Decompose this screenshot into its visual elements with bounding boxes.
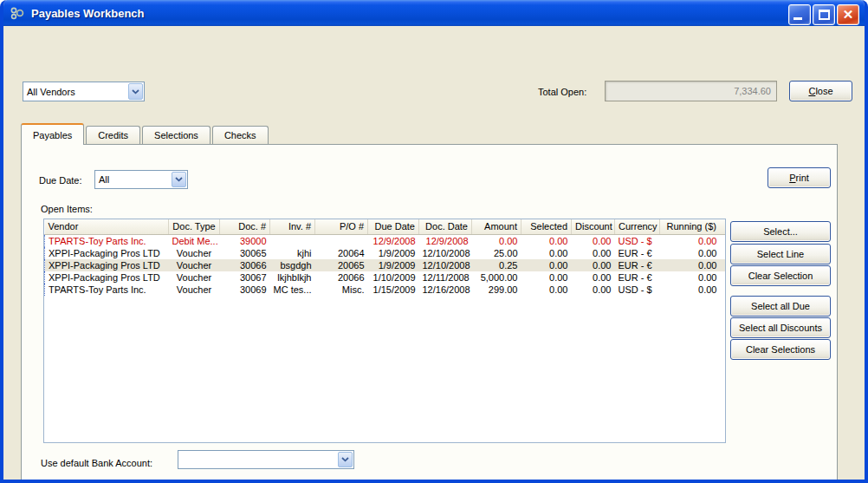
due-date-label: Due Date: [39, 175, 82, 186]
open-items-table: VendorDoc. TypeDoc. #Inv. #P/O #Due Date… [44, 219, 726, 296]
close-icon: ✕ [838, 5, 858, 24]
chevron-down-icon[interactable] [128, 83, 143, 100]
table-cell: Voucher [169, 247, 220, 259]
table-cell: 0.00 [572, 271, 615, 284]
vendor-filter-select[interactable]: All Vendors [23, 82, 145, 101]
table-row[interactable]: TPARTS-Toy Parts Inc.Debit Me...3900012/… [45, 234, 726, 247]
column-header[interactable]: Selected [521, 219, 572, 234]
window-title: Payables Workbench [31, 7, 145, 20]
table-cell: Misc. [315, 284, 368, 296]
table-cell: 20064 [315, 247, 368, 259]
table-cell: USD - $ [615, 234, 660, 247]
column-header[interactable]: Amount [472, 219, 521, 234]
column-header[interactable]: Doc. Date [419, 219, 472, 234]
close-window-button[interactable]: ✕ [837, 4, 859, 25]
open-items-label: Open Items: [41, 204, 93, 214]
chevron-down-icon[interactable] [338, 452, 353, 467]
table-cell: 12/9/2008 [419, 234, 472, 247]
table-cell: 30069 [220, 284, 270, 296]
table-cell: 12/10/2008 [419, 247, 472, 259]
table-cell: 0.00 [521, 271, 572, 284]
table-cell: 0.00 [660, 259, 726, 271]
column-header[interactable]: Doc. # [220, 219, 270, 234]
table-cell: Debit Me... [169, 234, 220, 247]
bank-account-select[interactable] [178, 450, 354, 469]
select-button[interactable]: Select... [730, 221, 831, 242]
due-date-value: All [95, 174, 171, 185]
table-row[interactable]: XPPI-Packaging Pros LTDVoucher30066bsgdg… [45, 259, 726, 271]
table-row[interactable]: TPARTS-Toy Parts Inc.Voucher30069MC tes.… [45, 284, 726, 296]
tab-checks[interactable]: Checks [212, 126, 269, 145]
column-header[interactable]: Vendor [45, 219, 169, 234]
table-cell: 30067 [220, 271, 270, 284]
table-cell: 12/16/2008 [419, 284, 472, 296]
column-header[interactable]: Currency [615, 219, 660, 234]
table-cell: USD - $ [615, 284, 660, 296]
table-cell: MC tes... [270, 284, 315, 296]
table-cell: 0.00 [572, 259, 615, 271]
table-cell: XPPI-Packaging Pros LTD [45, 247, 169, 259]
table-cell: 0.00 [572, 284, 615, 296]
select-line-button[interactable]: Select Line [730, 244, 831, 264]
clear-selection-button[interactable]: Clear Selection [730, 265, 831, 286]
column-header[interactable]: Running ($) [660, 219, 726, 234]
column-header[interactable]: Due Date [368, 219, 419, 234]
table-cell: 0.00 [660, 284, 726, 296]
minimize-button[interactable] [788, 4, 811, 25]
tab-strip: Payables Credits Selections Checks [21, 123, 270, 145]
table-cell: Voucher [169, 271, 220, 284]
table-cell: 0.00 [521, 259, 572, 271]
table-cell: 0.00 [660, 247, 726, 259]
table-cell: 0.00 [472, 234, 521, 247]
table-cell: Voucher [169, 284, 220, 296]
table-cell: 0.00 [521, 284, 572, 296]
table-cell: XPPI-Packaging Pros LTD [45, 259, 169, 271]
table-cell: 12/11/2008 [419, 271, 472, 284]
table-cell: 30066 [220, 259, 270, 271]
column-header[interactable]: Doc. Type [169, 219, 220, 234]
vendor-filter-value: All Vendors [23, 87, 127, 97]
maximize-button[interactable] [813, 4, 835, 25]
open-items-grid: VendorDoc. TypeDoc. #Inv. #P/O #Due Date… [43, 219, 726, 443]
title-bar: Payables Workbench ✕ [0, 0, 868, 26]
tab-credits[interactable]: Credits [86, 126, 140, 145]
table-cell: TPARTS-Toy Parts Inc. [45, 284, 169, 296]
select-all-due-button[interactable]: Select all Due [730, 296, 831, 317]
table-cell: 39000 [220, 234, 270, 247]
select-all-discounts-button[interactable]: Select all Discounts [730, 317, 831, 338]
tab-selections[interactable]: Selections [142, 126, 211, 145]
total-open-field: 7,334.60 [605, 81, 777, 101]
tab-payables[interactable]: Payables [21, 123, 84, 145]
close-button[interactable]: Close [789, 81, 852, 101]
clear-selections-button[interactable]: Clear Selections [730, 339, 831, 360]
column-header[interactable]: Inv. # [270, 219, 315, 234]
due-date-select[interactable]: All [94, 170, 188, 189]
table-cell: 0.00 [660, 271, 726, 284]
table-cell: 0.00 [521, 247, 572, 259]
payables-tab-panel: Due Date: All Print Open Items: VendorDo… [21, 144, 838, 483]
column-header[interactable]: P/O # [315, 219, 368, 234]
table-cell: 12/9/2008 [368, 234, 419, 247]
maximize-icon [819, 10, 830, 20]
chevron-down-icon[interactable] [172, 172, 186, 187]
total-open-label: Total Open: [538, 87, 586, 97]
table-cell: EUR - € [615, 247, 660, 259]
column-header[interactable]: Discount [572, 219, 615, 234]
table-cell: TPARTS-Toy Parts Inc. [45, 234, 169, 247]
table-cell: 1/9/2009 [368, 259, 419, 271]
table-cell: EUR - € [615, 259, 660, 271]
table-cell: 1/10/2009 [368, 271, 419, 284]
table-row[interactable]: XPPI-Packaging Pros LTDVoucher30065kjhi2… [45, 247, 726, 259]
table-cell: 0.00 [572, 234, 615, 247]
table-cell: 20066 [315, 271, 368, 284]
table-cell: lkjhblkjh [270, 271, 315, 284]
table-cell: 299.00 [472, 284, 521, 296]
minimize-icon [794, 17, 802, 20]
table-cell: 20065 [315, 259, 368, 271]
print-button[interactable]: Print [768, 167, 831, 188]
table-cell: 0.00 [572, 247, 615, 259]
table-cell: 0.00 [660, 234, 726, 247]
table-cell: kjhi [270, 247, 315, 259]
table-cell: bsgdgh [270, 259, 315, 271]
table-row[interactable]: XPPI-Packaging Pros LTDVoucher30067lkjhb… [45, 271, 726, 284]
